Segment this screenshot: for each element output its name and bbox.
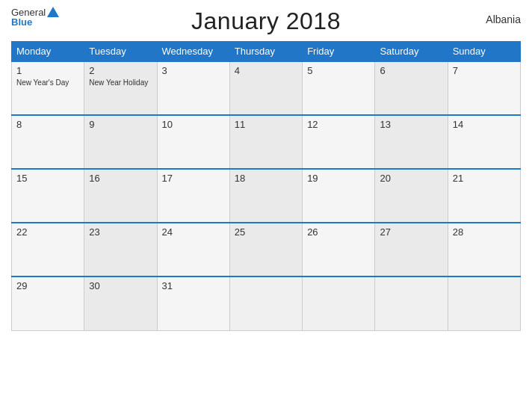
day-number: 4 (235, 65, 297, 76)
day-number: 28 (453, 226, 516, 238)
day-number: 25 (235, 226, 297, 238)
calendar-week-row: 22232425262728 (12, 223, 521, 276)
day-number: 21 (453, 173, 516, 184)
calendar-week-row: 15161718192021 (12, 169, 521, 223)
day-number: 18 (235, 173, 297, 184)
calendar-cell (303, 276, 375, 330)
day-number: 19 (307, 173, 370, 184)
header-friday: Friday (303, 42, 375, 62)
calendar-cell: 11 (229, 115, 302, 169)
calendar-cell: 30 (84, 276, 157, 330)
day-number: 3 (162, 65, 225, 76)
day-number: 17 (162, 173, 225, 184)
calendar-week-row: 1New Year's Day2New Year Holiday34567 (12, 61, 521, 115)
day-number: 5 (307, 65, 370, 76)
day-number: 14 (453, 119, 516, 130)
calendar-cell: 6 (375, 61, 448, 115)
calendar-cell: 28 (448, 223, 520, 276)
calendar-week-row: 293031 (12, 276, 521, 330)
calendar-cell: 22 (12, 223, 84, 276)
calendar-cell: 12 (303, 115, 375, 169)
calendar-container: General Blue January 2018 Albania Monday… (0, 0, 532, 411)
event-label: New Year's Day (16, 78, 79, 87)
calendar-header: General Blue January 2018 Albania (11, 7, 521, 35)
day-number: 26 (307, 226, 370, 238)
calendar-cell: 31 (157, 276, 229, 330)
calendar-cell (229, 276, 302, 330)
calendar-cell: 18 (229, 169, 302, 223)
weekday-header-row: Monday Tuesday Wednesday Thursday Friday… (12, 42, 521, 62)
day-number: 1 (16, 65, 79, 76)
calendar-cell: 16 (84, 169, 157, 223)
calendar-cell (375, 276, 448, 330)
calendar-cell: 25 (229, 223, 302, 276)
calendar-cell: 3 (157, 61, 229, 115)
calendar-cell: 2New Year Holiday (84, 61, 157, 115)
calendar-table: Monday Tuesday Wednesday Thursday Friday… (11, 41, 521, 331)
day-number: 20 (380, 173, 442, 184)
calendar-cell: 13 (375, 115, 448, 169)
calendar-cell: 4 (229, 61, 302, 115)
day-number: 10 (162, 119, 225, 130)
day-number: 6 (380, 65, 442, 76)
day-number: 27 (380, 226, 442, 238)
calendar-cell: 1New Year's Day (12, 61, 84, 115)
day-number: 8 (16, 119, 79, 130)
calendar-cell: 9 (84, 115, 157, 169)
calendar-cell: 15 (12, 169, 84, 223)
day-number: 16 (89, 173, 152, 184)
day-number: 29 (16, 280, 79, 291)
header-saturday: Saturday (375, 42, 448, 62)
logo-triangle-icon (47, 7, 59, 17)
header-monday: Monday (12, 42, 84, 62)
day-number: 11 (235, 119, 297, 130)
header-wednesday: Wednesday (157, 42, 229, 62)
calendar-cell: 19 (303, 169, 375, 223)
logo-blue-text: Blue (11, 17, 59, 27)
day-number: 9 (89, 119, 152, 130)
calendar-cell: 8 (12, 115, 84, 169)
calendar-cell: 17 (157, 169, 229, 223)
calendar-cell: 14 (448, 115, 520, 169)
day-number: 2 (89, 65, 152, 76)
header-tuesday: Tuesday (84, 42, 157, 62)
header-sunday: Sunday (448, 42, 520, 62)
calendar-cell: 5 (303, 61, 375, 115)
calendar-cell: 24 (157, 223, 229, 276)
day-number: 30 (89, 280, 152, 291)
calendar-week-row: 891011121314 (12, 115, 521, 169)
day-number: 7 (453, 65, 516, 76)
day-number: 15 (16, 173, 79, 184)
calendar-cell: 21 (448, 169, 520, 223)
calendar-cell: 20 (375, 169, 448, 223)
event-label: New Year Holiday (89, 78, 152, 87)
day-number: 12 (307, 119, 370, 130)
calendar-cell: 7 (448, 61, 520, 115)
calendar-title: January 2018 (191, 7, 341, 35)
calendar-cell: 27 (375, 223, 448, 276)
day-number: 13 (380, 119, 442, 130)
day-number: 23 (89, 226, 152, 238)
calendar-cell: 23 (84, 223, 157, 276)
calendar-cell: 26 (303, 223, 375, 276)
calendar-cell: 10 (157, 115, 229, 169)
header-thursday: Thursday (229, 42, 302, 62)
day-number: 22 (16, 226, 79, 238)
day-number: 24 (162, 226, 225, 238)
calendar-cell (448, 276, 520, 330)
calendar-cell: 29 (12, 276, 84, 330)
day-number: 31 (162, 280, 225, 291)
logo: General Blue (11, 7, 59, 27)
country-label: Albania (486, 13, 521, 25)
